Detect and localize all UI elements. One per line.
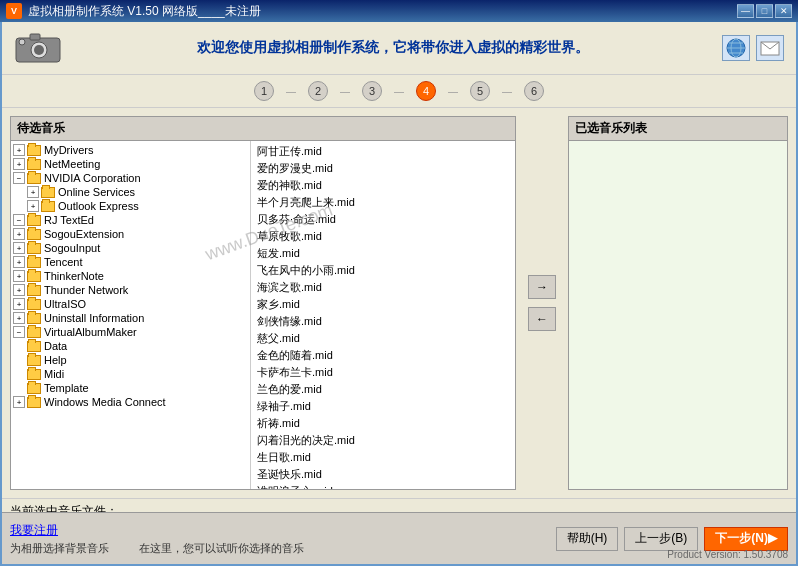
tree-item[interactable]: + ThinkerNote <box>13 269 248 283</box>
titlebar: V 虚拟相册制作系统 V1.50 网络版____未注册 — □ ✕ <box>0 0 798 22</box>
list-item[interactable]: 爱的罗漫史.mid <box>253 160 513 177</box>
list-item[interactable]: 爱的神歌.mid <box>253 177 513 194</box>
step-4[interactable]: 4 <box>416 81 436 101</box>
footer-hint2: 在这里，您可以试听你选择的音乐 <box>139 541 304 556</box>
folder-tree[interactable]: + MyDrivers + NetMeeting − NVIDIA Corpor… <box>11 141 251 489</box>
maximize-button[interactable]: □ <box>756 4 773 18</box>
list-item[interactable]: 短发.mid <box>253 245 513 262</box>
step-5[interactable]: 5 <box>470 81 490 101</box>
mail-button[interactable] <box>756 35 784 61</box>
tree-item[interactable]: + UltraISO <box>13 297 248 311</box>
minimize-button[interactable]: — <box>737 4 754 18</box>
list-item[interactable]: 贝多芬·命运.mid <box>253 211 513 228</box>
globe-button[interactable] <box>722 35 750 61</box>
music-select-title: 待选音乐 <box>11 117 515 141</box>
tree-item[interactable]: + Tencent <box>13 255 248 269</box>
list-item[interactable]: 谁明浪子心.mid <box>253 483 513 489</box>
tree-item[interactable]: Template <box>13 381 248 395</box>
step-2[interactable]: 2 <box>308 81 328 101</box>
list-item[interactable]: 海滨之歌.mid <box>253 279 513 296</box>
list-item[interactable]: 慈父.mid <box>253 330 513 347</box>
mail-icon <box>760 40 780 56</box>
folder-icon <box>27 145 41 156</box>
tree-item[interactable]: + SogouInput <box>13 241 248 255</box>
music-select-content: + MyDrivers + NetMeeting − NVIDIA Corpor… <box>11 141 515 489</box>
globe-icon <box>726 38 746 58</box>
file-list[interactable]: 阿甘正传.mid 爱的罗漫史.mid 爱的神歌.mid 半个月亮爬上来.mid … <box>251 141 515 489</box>
tree-item[interactable]: Midi <box>13 367 248 381</box>
add-to-selected-button[interactable]: → <box>528 275 556 299</box>
step-1[interactable]: 1 <box>254 81 274 101</box>
folder-icon <box>27 299 41 310</box>
svg-point-4 <box>19 39 25 45</box>
tree-item[interactable]: + NetMeeting <box>13 157 248 171</box>
list-item[interactable]: 卡萨布兰卡.mid <box>253 364 513 381</box>
selected-music-title: 已选音乐列表 <box>569 117 787 141</box>
header-right <box>722 35 784 61</box>
folder-icon <box>27 369 41 380</box>
list-item[interactable]: 祈祷.mid <box>253 415 513 432</box>
selected-music-list[interactable] <box>569 141 787 489</box>
tree-item[interactable]: Help <box>13 353 248 367</box>
header-logo <box>14 30 64 66</box>
step-6[interactable]: 6 <box>524 81 544 101</box>
folder-icon <box>27 383 41 394</box>
list-item[interactable]: 阿甘正传.mid <box>253 143 513 160</box>
next-button[interactable]: 下一步(N)▶ <box>704 527 788 551</box>
app-icon: V <box>6 3 22 19</box>
list-item[interactable]: 飞在风中的小雨.mid <box>253 262 513 279</box>
folder-icon <box>27 215 41 226</box>
tree-item[interactable]: + MyDrivers <box>13 143 248 157</box>
tree-item[interactable]: + Windows Media Connect <box>13 395 248 409</box>
list-item[interactable]: 绿袖子.mid <box>253 398 513 415</box>
tree-item[interactable]: + Uninstall Information <box>13 311 248 325</box>
transfer-buttons: → ← <box>524 116 560 490</box>
folder-icon <box>27 257 41 268</box>
tree-item[interactable]: + Outlook Express <box>13 199 248 213</box>
list-item[interactable]: 家乡.mid <box>253 296 513 313</box>
folder-icon <box>27 313 41 324</box>
tree-item[interactable]: + Thunder Network <box>13 283 248 297</box>
list-item[interactable]: 剑侠情缘.mid <box>253 313 513 330</box>
footer: 我要注册 为相册选择背景音乐 在这里，您可以试听你选择的音乐 帮助(H) 上一步… <box>2 512 796 564</box>
svg-rect-3 <box>30 34 40 40</box>
logo-icon <box>14 30 64 66</box>
steps-bar: 1 — 2 — 3 — 4 — 5 — 6 <box>2 75 796 108</box>
close-button[interactable]: ✕ <box>775 4 792 18</box>
tree-item[interactable]: + SogouExtension <box>13 227 248 241</box>
folder-icon <box>27 327 41 338</box>
list-item[interactable]: 闪着泪光的决定.mid <box>253 432 513 449</box>
folder-icon <box>27 341 41 352</box>
product-version: Product Version: 1.50.3708 <box>667 549 788 560</box>
list-item[interactable]: 半个月亮爬上来.mid <box>253 194 513 211</box>
folder-icon <box>27 173 41 184</box>
list-item[interactable]: 圣诞快乐.mid <box>253 466 513 483</box>
content-area: 待选音乐 + MyDrivers + NetMeeting <box>2 108 796 498</box>
tree-item[interactable]: + Online Services <box>13 185 248 199</box>
list-item[interactable]: 草原牧歌.mid <box>253 228 513 245</box>
tree-item[interactable]: Data <box>13 339 248 353</box>
step-3[interactable]: 3 <box>362 81 382 101</box>
list-item[interactable]: 金色的随着.mid <box>253 347 513 364</box>
footer-right: 帮助(H) 上一步(B) 下一步(N)▶ <box>556 527 788 551</box>
folder-icon <box>27 271 41 282</box>
svg-point-2 <box>34 45 44 55</box>
title-text: 虚拟相册制作系统 V1.50 网络版____未注册 <box>28 3 735 20</box>
help-button[interactable]: 帮助(H) <box>556 527 619 551</box>
tree-item[interactable]: − VirtualAlbumMaker <box>13 325 248 339</box>
folder-icon <box>27 159 41 170</box>
folder-icon <box>41 201 55 212</box>
tree-item[interactable]: − NVIDIA Corporation <box>13 171 248 185</box>
header: 欢迎您使用虚拟相册制作系统，它将带你进入虚拟的精彩世界。 <box>2 22 796 75</box>
list-item[interactable]: 兰色的爱.mid <box>253 381 513 398</box>
remove-from-selected-button[interactable]: ← <box>528 307 556 331</box>
prev-button[interactable]: 上一步(B) <box>624 527 698 551</box>
register-link[interactable]: 我要注册 <box>10 522 304 539</box>
music-select-panel: 待选音乐 + MyDrivers + NetMeeting <box>10 116 516 490</box>
footer-hint1: 为相册选择背景音乐 <box>10 541 109 556</box>
tree-item[interactable]: − RJ TextEd <box>13 213 248 227</box>
folder-icon <box>27 397 41 408</box>
folder-icon <box>41 187 55 198</box>
list-item[interactable]: 生日歌.mid <box>253 449 513 466</box>
header-welcome: 欢迎您使用虚拟相册制作系统，它将带你进入虚拟的精彩世界。 <box>197 39 589 57</box>
